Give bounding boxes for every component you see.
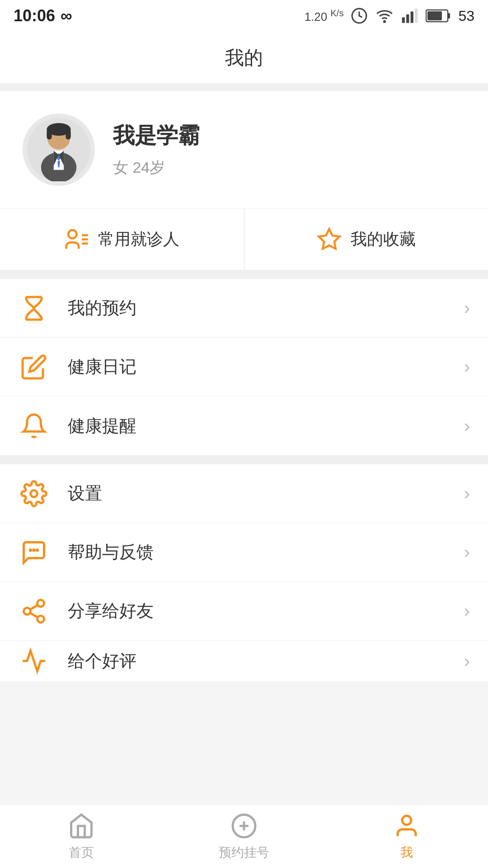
my-appointments-item[interactable]: 我的预约 › [0,279,488,338]
diary-arrow: › [464,357,470,377]
header-divider [0,84,488,91]
signal-icon [401,7,418,24]
svg-rect-5 [415,9,418,23]
svg-rect-12 [47,129,52,139]
health-reminder-label: 健康提醒 [68,415,464,438]
hourglass-icon [18,292,50,324]
svg-point-25 [31,490,38,497]
health-diary-label: 健康日记 [68,355,464,378]
help-feedback-item[interactable]: 帮助与反馈 › [0,523,488,582]
svg-point-31 [38,616,44,623]
nav-home[interactable]: 首页 [0,805,163,868]
bottom-nav: 首页 预约挂号 我 [0,805,488,868]
svg-point-30 [24,608,31,614]
svg-rect-8 [427,11,442,20]
health-reminder-item[interactable]: 健康提醒 › [0,396,488,455]
battery-icon [426,8,451,24]
svg-rect-7 [448,13,450,19]
home-icon [68,812,95,840]
diary-icon [18,351,50,383]
rate-arrow: › [464,651,470,671]
profile-section[interactable]: 我是学霸 女 24岁 [0,91,488,208]
home-label: 首页 [69,844,94,861]
svg-point-1 [384,21,385,22]
chat-icon [18,537,50,568]
settings-label: 设置 [68,482,464,505]
nav-appointment[interactable]: 预约挂号 [163,805,325,868]
nav-me[interactable]: 我 [325,805,488,868]
settings-item[interactable]: 设置 › [0,464,488,523]
share-friends-item[interactable]: 分享给好友 › [0,582,488,641]
my-favorites-label: 我的收藏 [351,228,416,250]
section-gap-2 [0,455,488,464]
svg-rect-4 [411,12,413,23]
share-arrow: › [464,601,470,621]
status-right: 1.20 K/s 53 [305,7,474,24]
menu-group-2: 设置 › 帮助与反馈 › 分享给好友 › [0,464,488,681]
frequent-patients-label: 常用就诊人 [98,228,179,250]
profile-name: 我是学霸 [113,121,200,150]
avatar-image [27,118,90,181]
frequent-patients-button[interactable]: 常用就诊人 [0,209,244,270]
profile-detail: 女 24岁 [113,157,200,178]
share-icon [18,595,50,627]
svg-point-37 [402,816,411,825]
help-feedback-label: 帮助与反馈 [68,541,464,564]
my-favorites-button[interactable]: 我的收藏 [244,209,488,270]
svg-line-32 [30,613,38,617]
status-time: 10:06 ∞ [14,6,72,25]
rate-us-label: 给个好评 [68,650,464,673]
page-header: 我的 [0,32,488,84]
settings-arrow: › [464,483,470,504]
page-title: 我的 [225,47,263,68]
svg-line-33 [30,605,38,609]
appointments-arrow: › [464,298,470,318]
person-list-icon [64,227,89,252]
svg-rect-13 [66,129,70,139]
section-gap-1 [0,270,488,279]
health-diary-item[interactable]: 健康日记 › [0,338,488,396]
clock-icon [351,7,368,24]
quick-actions: 常用就诊人 我的收藏 [0,208,488,270]
svg-marker-24 [319,229,339,249]
rating-icon [18,645,50,677]
share-friends-label: 分享给好友 [68,599,464,623]
menu-group-1: 我的预约 › 健康日记 › 健康提醒 › [0,279,488,455]
svg-point-20 [68,230,76,238]
reminder-arrow: › [464,416,470,436]
wifi-icon [375,7,394,24]
help-arrow: › [464,542,470,562]
appointment-label: 预约挂号 [219,844,269,861]
bell-icon [18,410,50,442]
appointment-icon [230,812,258,840]
svg-point-29 [38,600,44,607]
me-icon [393,812,420,840]
me-label: 我 [400,844,413,861]
my-appointments-label: 我的预约 [68,297,464,320]
status-bar: 10:06 ∞ 1.20 K/s [0,0,488,32]
svg-rect-3 [406,14,409,23]
bottom-spacer [0,681,488,749]
star-icon [317,227,342,252]
avatar [23,113,95,186]
rate-us-item[interactable]: 给个好评 › [0,641,488,681]
settings-icon [18,478,50,509]
svg-rect-2 [402,17,405,23]
profile-info: 我是学霸 女 24岁 [113,121,200,178]
